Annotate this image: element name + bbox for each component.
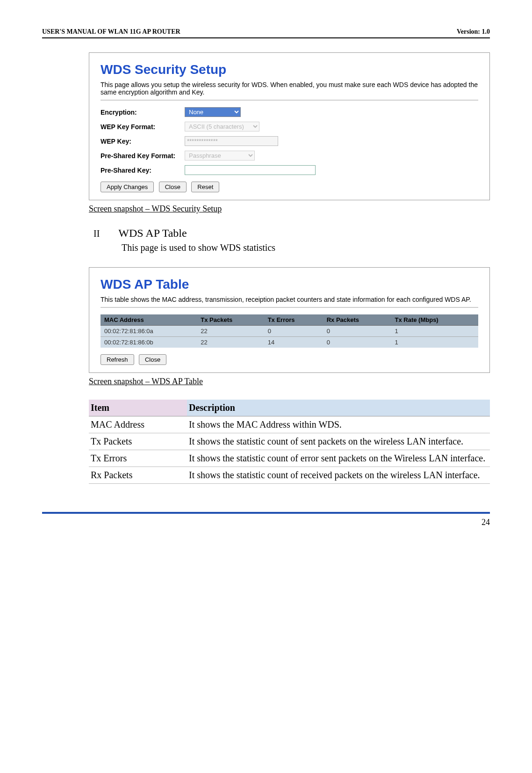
header-right: Version: 1.0 xyxy=(457,28,490,36)
header-left: USER'S MANUAL OF WLAN 11G AP ROUTER xyxy=(42,28,180,36)
preshfmt-label: Pre-Shared Key Format: xyxy=(101,152,185,160)
col-txpackets: Tx Packets xyxy=(197,314,264,326)
table-row: MAC Address It shows the MAC Address wit… xyxy=(89,416,490,433)
col-txrate: Tx Rate (Mbps) xyxy=(391,314,478,326)
panel-desc: This page allows you setup the wireless … xyxy=(101,81,478,96)
caption-wds-security: Screen snapshot – WDS Security Setup xyxy=(89,204,490,214)
page-number: 24 xyxy=(42,518,490,527)
close-button[interactable]: Close xyxy=(159,182,187,192)
encryption-label: Encryption: xyxy=(101,109,185,116)
section-title: WDS AP Table xyxy=(118,227,187,240)
wepkeyfmt-select: ASCII (5 characters) xyxy=(185,122,259,131)
table-row: Tx Errors It shows the statistic count o… xyxy=(89,450,490,467)
table-row: Tx Packets It shows the statistic count … xyxy=(89,433,490,450)
section-body: This page is used to show WDS statistics xyxy=(122,242,490,253)
footer-rule xyxy=(42,512,490,514)
panel-desc: This table shows the MAC address, transm… xyxy=(101,296,478,303)
encryption-select[interactable]: None xyxy=(185,107,241,117)
section-heading: II WDS AP Table xyxy=(93,227,490,240)
refresh-button[interactable]: Refresh xyxy=(101,354,134,365)
table-row: Rx Packets It shows the statistic count … xyxy=(89,467,490,484)
wepkey-label: WEP Key: xyxy=(101,138,185,145)
table-row: 00:02:72:81:86:0a 22 0 0 1 xyxy=(101,326,478,337)
close-button[interactable]: Close xyxy=(139,354,166,365)
wds-security-panel: WDS Security Setup This page allows you … xyxy=(89,52,490,200)
col-description: Description xyxy=(187,400,490,416)
col-rxpackets: Rx Packets xyxy=(323,314,391,326)
preshkey-label: Pre-Shared Key: xyxy=(101,167,185,174)
col-txerrors: Tx Errors xyxy=(264,314,323,326)
table-row: 00:02:72:81:86:0b 22 14 0 1 xyxy=(101,337,478,348)
header-rule xyxy=(42,37,490,38)
page-header: USER'S MANUAL OF WLAN 11G AP ROUTER Vers… xyxy=(42,28,490,36)
section-roman: II xyxy=(93,228,100,239)
apply-changes-button[interactable]: Apply Changes xyxy=(101,182,154,192)
reset-button[interactable]: Reset xyxy=(191,182,219,192)
panel-title: WDS AP Table xyxy=(101,277,478,292)
item-description-table: Item Description MAC Address It shows th… xyxy=(89,400,490,484)
panel-divider xyxy=(101,100,478,101)
col-item: Item xyxy=(89,400,187,416)
col-mac: MAC Address xyxy=(101,314,197,326)
wepkeyfmt-label: WEP Key Format: xyxy=(101,123,185,131)
preshfmt-select: Passphrase xyxy=(185,151,255,160)
caption-wds-ap-table: Screen snapshot – WDS AP Table xyxy=(89,377,490,386)
panel-title: WDS Security Setup xyxy=(101,62,478,77)
wds-ap-table: MAC Address Tx Packets Tx Errors Rx Pack… xyxy=(101,314,478,348)
wds-ap-table-panel: WDS AP Table This table shows the MAC ad… xyxy=(89,267,490,373)
preshkey-input[interactable] xyxy=(185,165,316,175)
wepkey-input xyxy=(185,136,278,146)
panel-divider xyxy=(101,307,478,308)
